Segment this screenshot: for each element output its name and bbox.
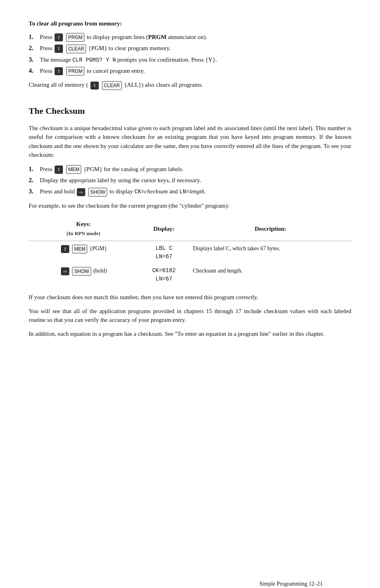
step-3: 3. The message CLR PGMS? Y N prompts you… [29, 55, 351, 64]
row1-shift-key: ⇧ [61, 245, 69, 253]
checksum-heading: The Checksum [29, 104, 351, 117]
table-row: ⇨ SHOW (hold) CK=6182LN=67 Checksum and … [29, 263, 351, 285]
step-1: 1. Press ⇧ PRGM to display program lines… [29, 32, 351, 42]
ck-step-3-num: 3. [29, 187, 40, 196]
ck-display: CK= [135, 189, 145, 195]
post-table-1: If your checksum does not match this num… [29, 293, 351, 302]
ck-step-2: 2. Display the appropriate label by usin… [29, 175, 351, 185]
row1-desc: Displays label C, which takes 67 bytes. [190, 241, 351, 263]
step-3-content: The message CLR PGMS? Y N prompts you fo… [40, 55, 217, 64]
row2-display: CK=6182LN=67 [138, 263, 190, 285]
ck-step-1-num: 1. [29, 164, 40, 174]
shift-key-2: ⇧ [55, 45, 63, 53]
row2-show-key: SHOW [72, 267, 91, 276]
ln-display: LN= [179, 189, 189, 195]
step-2: 2. Press ⇧ CLEAR {PGM} to clear program … [29, 43, 351, 53]
page-wrapper: To clear all programs from memory: 1. Pr… [29, 19, 351, 588]
prgm-annunciator: PRGM [148, 34, 166, 40]
clear-key-2: CLEAR [102, 81, 122, 90]
table-row: ⇧ MEM {PGM} LBL CLN=67 Displays label C,… [29, 241, 351, 263]
prgm-key-1: PRGM [66, 33, 84, 42]
col-header-display: Display: [138, 218, 190, 241]
checksum-section: The Checksum The checksum is a unique he… [29, 104, 351, 339]
prgm-key-2: PRGM [66, 67, 84, 76]
post-table-2: You will see that all of the application… [29, 307, 351, 325]
length-italic: length [190, 188, 205, 195]
shift-key-5: ⇧ [55, 165, 63, 174]
checksum-italic: checksum [145, 188, 168, 195]
step-1-num: 1. [29, 32, 40, 42]
footer-text: Simple Programming 12–21 [259, 581, 323, 587]
post-table-3: In addition, each equation in a program … [29, 329, 351, 339]
page-footer: Simple Programming 12–21 [259, 580, 323, 588]
shift-key-1: ⇧ [55, 33, 63, 42]
clr-msg: CLR PGMS? Y N [72, 57, 116, 63]
keys-table: Keys:(In RPN mode) Display: Description:… [29, 218, 351, 285]
table-header-row: Keys:(In RPN mode) Display: Description: [29, 218, 351, 241]
checksum-word: checksum [39, 125, 63, 131]
col-header-keys: Keys:(In RPN mode) [29, 218, 138, 241]
step-3-num: 3. [29, 55, 40, 64]
row2-rshift-key: ⇨ [61, 267, 69, 276]
ck-step-1: 1. Press ⇧ MEM {PGM} for the catalog of … [29, 164, 351, 174]
col-header-rpn: (In RPN mode) [67, 230, 100, 236]
clear-steps: 1. Press ⇧ PRGM to display program lines… [29, 32, 351, 76]
clear-key-1: CLEAR [66, 45, 86, 53]
row1-mem-key: MEM [72, 245, 87, 253]
col-header-desc: Description: [190, 218, 351, 241]
ck-step-2-num: 2. [29, 175, 40, 185]
clear-note: Clearing all of memory ( ⇧ CLEAR {ALL}) … [29, 80, 351, 90]
row2-desc: Checksum and length. [190, 263, 351, 285]
mem-key: MEM [66, 165, 81, 174]
step-2-num: 2. [29, 43, 40, 53]
clear-section: To clear all programs from memory: 1. Pr… [29, 19, 351, 90]
right-shift-key: ⇨ [77, 188, 85, 197]
step-4: 4. Press ⇧ PRGM to cancel program entry. [29, 66, 351, 76]
ck-step-1-content: Press ⇧ MEM {PGM} for the catalog of pro… [40, 165, 184, 174]
ck-step-2-content: Display the appropriate label by using t… [40, 176, 201, 185]
row1-display: LBL CLN=67 [138, 241, 190, 263]
step-1-content: Press ⇧ PRGM to display program lines (P… [40, 33, 207, 42]
checksum-table: Keys:(In RPN mode) Display: Description:… [29, 218, 351, 285]
show-key: SHOW [88, 188, 107, 197]
row2-keys: ⇨ SHOW (hold) [29, 263, 138, 285]
step-4-num: 4. [29, 66, 40, 76]
step-4-content: Press ⇧ PRGM to cancel program entry. [40, 66, 145, 76]
example-intro: For example, to see the checksum for the… [29, 201, 351, 210]
checksum-steps: 1. Press ⇧ MEM {PGM} for the catalog of … [29, 164, 351, 197]
ck-step-3-content: Press and hold ⇨ SHOW to display CK=chec… [40, 187, 206, 197]
row1-keys: ⇧ MEM {PGM} [29, 241, 138, 263]
step-2-content: Press ⇧ CLEAR {PGM} to clear program mem… [40, 44, 170, 53]
shift-key-4: ⇧ [90, 82, 99, 90]
not-italic: not [84, 294, 92, 300]
checksum-intro: The checksum is a unique hexadecimal val… [29, 124, 351, 160]
shift-key-3: ⇧ [55, 67, 63, 76]
clear-heading: To clear all programs from memory: [29, 19, 351, 28]
ck-step-3: 3. Press and hold ⇨ SHOW to display CK=c… [29, 187, 351, 197]
